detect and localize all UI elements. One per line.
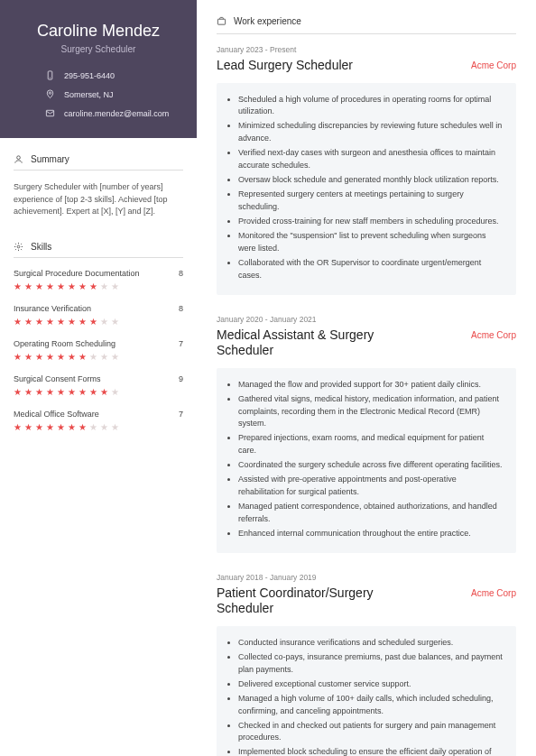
job-bullet: Verified next-day cases with surgeon and…	[238, 147, 504, 172]
job-item: January 2023 - PresentLead Surgery Sched…	[217, 45, 516, 295]
job-bullet: Collected co-pays, insurance premiums, p…	[238, 651, 504, 677]
star-icon: ★	[35, 281, 43, 291]
star-rating: ★★★★★★★★★★	[14, 352, 183, 362]
star-icon: ★	[68, 422, 76, 432]
star-icon: ★	[57, 317, 65, 327]
sidebar: Caroline Mendez Surgery Scheduler 295-95…	[0, 0, 197, 756]
star-icon: ★	[57, 352, 65, 362]
star-icon: ★	[35, 422, 43, 432]
skill-score: 7	[179, 410, 183, 419]
star-icon: ★	[100, 387, 108, 397]
resume-page: Caroline Mendez Surgery Scheduler 295-95…	[0, 0, 536, 756]
star-rating: ★★★★★★★★★★	[14, 317, 183, 327]
job-title: Lead Surgery Scheduler	[217, 58, 353, 74]
job-bullet: Oversaw block schedule and generated mon…	[238, 174, 504, 187]
star-icon: ★	[100, 352, 108, 362]
skills-list: Surgical Procedure Documentation8★★★★★★★…	[14, 269, 183, 432]
divider	[217, 33, 516, 34]
job-bullet: Assisted with pre-operative appointments…	[238, 474, 504, 499]
star-icon: ★	[79, 422, 87, 432]
job-dates: January 2020 - January 2021	[217, 315, 516, 324]
skill-item: Medical Office Software7★★★★★★★★★★	[14, 410, 183, 432]
person-title: Surgery Scheduler	[16, 44, 180, 54]
job-item: January 2020 - January 2021Medical Assis…	[217, 315, 516, 553]
job-bullet: Scheduled a high volume of procedures in…	[238, 94, 504, 119]
star-rating: ★★★★★★★★★★	[14, 422, 183, 432]
contact-value: caroline.mendez@email.com	[64, 109, 169, 118]
star-icon: ★	[100, 422, 108, 432]
job-company: Acme Corp	[471, 588, 516, 598]
job-dates: January 2018 - January 2019	[217, 573, 516, 582]
star-icon: ★	[79, 352, 87, 362]
star-icon: ★	[79, 281, 87, 291]
skills-heading: Skills	[14, 242, 183, 252]
star-icon: ★	[14, 387, 22, 397]
job-title: Patient Coordinator/Surgery Scheduler	[217, 585, 406, 617]
star-icon: ★	[68, 387, 76, 397]
skill-name: Surgical Procedure Documentation	[14, 269, 140, 278]
job-company: Acme Corp	[471, 330, 516, 340]
star-icon: ★	[111, 317, 119, 327]
star-icon: ★	[24, 281, 32, 291]
summary-heading: Summary	[14, 154, 183, 164]
star-icon: ★	[79, 387, 87, 397]
person-icon	[14, 154, 23, 164]
job-bullet: Managed a high volume of 100+ daily call…	[238, 693, 504, 718]
job-item: January 2018 - January 2019Patient Coord…	[217, 573, 516, 756]
job-bullets: Scheduled a high volume of procedures in…	[217, 83, 516, 295]
star-icon: ★	[46, 422, 54, 432]
star-icon: ★	[14, 317, 22, 327]
job-bullets: Managed the flow and provided support fo…	[217, 368, 516, 553]
contact-item: Somerset, NJ	[45, 89, 114, 99]
summary-heading-text: Summary	[31, 154, 69, 164]
contact-list: 295-951-6440Somerset, NJcaroline.mendez@…	[16, 70, 180, 118]
star-rating: ★★★★★★★★★★	[14, 281, 183, 291]
star-icon: ★	[68, 317, 76, 327]
svg-point-2	[49, 92, 51, 94]
divider	[14, 170, 183, 171]
star-icon: ★	[68, 281, 76, 291]
job-bullet: Enhanced internal communication througho…	[238, 528, 504, 540]
job-bullet: Managed patient correspondence, obtained…	[238, 501, 504, 526]
job-company: Acme Corp	[471, 60, 516, 70]
star-icon: ★	[89, 352, 97, 362]
star-icon: ★	[57, 422, 65, 432]
star-icon: ★	[24, 387, 32, 397]
job-bullet: Monitored the "suspension" list to preve…	[238, 230, 504, 255]
star-icon: ★	[24, 422, 32, 432]
star-icon: ★	[46, 352, 54, 362]
star-icon: ★	[89, 387, 97, 397]
contact-value: 295-951-6440	[64, 71, 115, 80]
star-icon: ★	[89, 281, 97, 291]
skill-item: Insurance Verification8★★★★★★★★★★	[14, 304, 183, 327]
person-name: Caroline Mendez	[16, 22, 180, 41]
gear-icon	[14, 242, 23, 252]
phone-icon	[45, 70, 55, 80]
svg-rect-6	[217, 19, 225, 24]
job-title: Medical Assistant & Surgery Scheduler	[217, 327, 406, 359]
star-icon: ★	[57, 281, 65, 291]
job-bullet: Coordinated the surgery schedule across …	[238, 459, 504, 472]
star-icon: ★	[35, 317, 43, 327]
job-bullet: Implemented block scheduling to ensure t…	[238, 746, 504, 756]
skill-score: 7	[179, 339, 183, 348]
star-icon: ★	[24, 352, 32, 362]
star-icon: ★	[35, 387, 43, 397]
skill-item: Operating Room Scheduling7★★★★★★★★★★	[14, 339, 183, 362]
star-icon: ★	[14, 422, 22, 432]
job-bullet: Gathered vital signs, medical history, m…	[238, 393, 504, 431]
star-icon: ★	[14, 281, 22, 291]
job-dates: January 2023 - Present	[217, 45, 516, 54]
star-icon: ★	[46, 387, 54, 397]
work-heading: Work experience	[217, 16, 516, 26]
star-icon: ★	[46, 317, 54, 327]
contact-item: caroline.mendez@email.com	[45, 108, 169, 118]
star-icon: ★	[24, 317, 32, 327]
contact-item: 295-951-6440	[45, 70, 115, 80]
star-icon: ★	[111, 352, 119, 362]
star-rating: ★★★★★★★★★★	[14, 387, 183, 397]
star-icon: ★	[14, 352, 22, 362]
star-icon: ★	[100, 281, 108, 291]
job-bullets: Conducted insurance verifications and sc…	[217, 626, 516, 756]
star-icon: ★	[111, 422, 119, 432]
